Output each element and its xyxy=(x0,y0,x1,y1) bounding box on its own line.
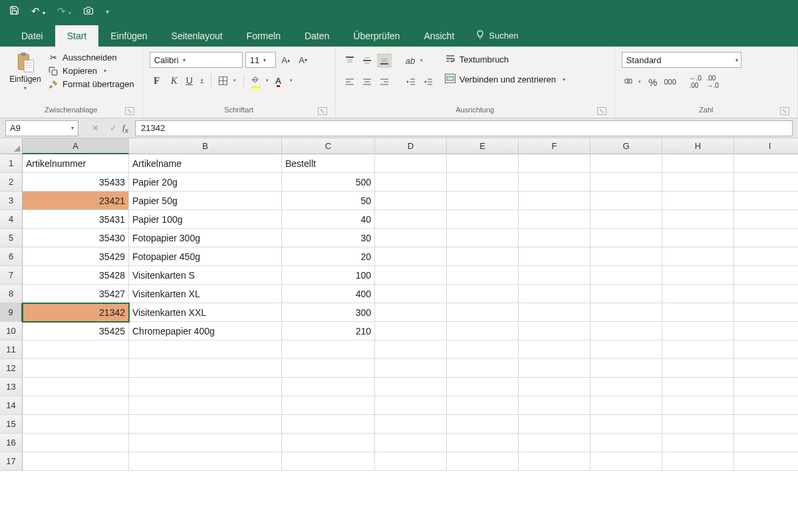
cell-D12[interactable] xyxy=(375,359,447,378)
cell-A13[interactable] xyxy=(23,378,129,396)
cell-H17[interactable] xyxy=(662,452,734,471)
cell-D17[interactable] xyxy=(375,452,447,471)
row-header-10[interactable]: 10 xyxy=(0,322,23,340)
row-header-12[interactable]: 12 xyxy=(0,359,23,378)
increase-font-button[interactable]: A▴ xyxy=(279,53,293,67)
copy-button[interactable]: Kopieren▾ xyxy=(47,65,136,76)
cell-H10[interactable] xyxy=(662,322,734,340)
cell-D4[interactable] xyxy=(375,210,447,229)
cell-C15[interactable] xyxy=(282,415,375,434)
camera-icon[interactable] xyxy=(83,6,94,17)
cell-D9[interactable] xyxy=(375,303,447,322)
cell-E11[interactable] xyxy=(447,340,519,359)
cell-G17[interactable] xyxy=(591,452,662,471)
cell-F12[interactable] xyxy=(519,359,591,378)
cell-G1[interactable] xyxy=(591,154,662,173)
cell-G13[interactable] xyxy=(591,378,662,396)
cell-D16[interactable] xyxy=(375,434,447,452)
cell-I11[interactable] xyxy=(734,340,798,359)
cell-D7[interactable] xyxy=(375,266,447,285)
orientation-button[interactable]: ab▾ xyxy=(404,53,425,68)
cell-H16[interactable] xyxy=(662,434,734,452)
cell-E7[interactable] xyxy=(447,266,519,285)
column-header-I[interactable]: I xyxy=(734,138,798,154)
row-header-11[interactable]: 11 xyxy=(0,340,23,359)
cell-I9[interactable] xyxy=(734,303,798,322)
cell-D13[interactable] xyxy=(375,378,447,396)
cell-B13[interactable] xyxy=(129,378,282,396)
column-header-E[interactable]: E xyxy=(447,138,519,154)
tab-ansicht[interactable]: Ansicht xyxy=(412,25,466,47)
cell-D1[interactable] xyxy=(375,154,447,173)
row-header-7[interactable]: 7 xyxy=(0,266,23,285)
cell-H13[interactable] xyxy=(662,378,734,396)
merge-center-button[interactable]: Verbinden und zentrieren ▾ xyxy=(445,74,565,85)
cell-A12[interactable] xyxy=(23,359,129,378)
row-header-6[interactable]: 6 xyxy=(0,247,23,266)
cell-C9[interactable]: 300 xyxy=(282,303,375,322)
cell-G8[interactable] xyxy=(591,285,662,303)
cell-G12[interactable] xyxy=(591,359,662,378)
cell-B8[interactable]: Visitenkarten XL xyxy=(129,285,282,303)
cell-I5[interactable] xyxy=(734,229,798,247)
tab-datei[interactable]: Datei xyxy=(9,25,55,47)
font-name-combo[interactable]: Calibri▾ xyxy=(150,52,243,68)
cell-C16[interactable] xyxy=(282,434,375,452)
cell-E9[interactable] xyxy=(447,303,519,322)
cell-B7[interactable]: Visitenkarten S xyxy=(129,266,282,285)
cell-G14[interactable] xyxy=(591,396,662,415)
tab-ueberpruefen[interactable]: Überprüfen xyxy=(341,25,412,47)
cell-E8[interactable] xyxy=(447,285,519,303)
dialog-launcher-icon[interactable]: ⤡ xyxy=(780,107,789,115)
cell-G6[interactable] xyxy=(591,247,662,266)
row-header-13[interactable]: 13 xyxy=(0,378,23,396)
cell-H3[interactable] xyxy=(662,192,734,210)
cell-E12[interactable] xyxy=(447,359,519,378)
cell-D6[interactable] xyxy=(375,247,447,266)
cell-G9[interactable] xyxy=(591,303,662,322)
cell-E15[interactable] xyxy=(447,415,519,434)
row-header-1[interactable]: 1 xyxy=(0,154,23,173)
name-box[interactable]: A9▾ xyxy=(5,120,78,136)
cell-E4[interactable] xyxy=(447,210,519,229)
cell-E1[interactable] xyxy=(447,154,519,173)
cell-C10[interactable]: 210 xyxy=(282,322,375,340)
cell-I10[interactable] xyxy=(734,322,798,340)
column-header-B[interactable]: B xyxy=(129,138,282,154)
undo-icon[interactable]: ↶ ▾ xyxy=(31,5,45,17)
row-header-2[interactable]: 2 xyxy=(0,173,23,192)
cell-D10[interactable] xyxy=(375,322,447,340)
cell-E16[interactable] xyxy=(447,434,519,452)
cell-A11[interactable] xyxy=(23,340,129,359)
cell-H4[interactable] xyxy=(662,210,734,229)
cell-D15[interactable] xyxy=(375,415,447,434)
cell-A3[interactable]: 23421 xyxy=(23,192,129,210)
column-header-A[interactable]: A xyxy=(23,138,129,154)
cell-H8[interactable] xyxy=(662,285,734,303)
cell-B16[interactable] xyxy=(129,434,282,452)
cell-A16[interactable] xyxy=(23,434,129,452)
cell-I14[interactable] xyxy=(734,396,798,415)
dialog-launcher-icon[interactable]: ⤡ xyxy=(125,107,134,115)
cell-D2[interactable] xyxy=(375,173,447,192)
cell-F15[interactable] xyxy=(519,415,591,434)
format-painter-button[interactable]: Format übertragen xyxy=(47,78,136,90)
align-bottom-button[interactable] xyxy=(377,53,392,68)
cell-C11[interactable] xyxy=(282,340,375,359)
align-right-button[interactable] xyxy=(377,74,392,89)
cell-F17[interactable] xyxy=(519,452,591,471)
column-header-D[interactable]: D xyxy=(375,138,447,154)
font-size-combo[interactable]: 11▾ xyxy=(245,52,276,68)
cell-B2[interactable]: Papier 20g xyxy=(129,173,282,192)
cell-F9[interactable] xyxy=(519,303,591,322)
cell-D14[interactable] xyxy=(375,396,447,415)
decrease-font-button[interactable]: A▾ xyxy=(296,53,311,67)
cell-G3[interactable] xyxy=(591,192,662,210)
tab-einfuegen[interactable]: Einfügen xyxy=(98,25,159,47)
accept-formula-button[interactable]: ✓ xyxy=(110,123,117,133)
cell-F2[interactable] xyxy=(519,173,591,192)
align-middle-button[interactable] xyxy=(360,53,374,68)
cell-G16[interactable] xyxy=(591,434,662,452)
cell-E10[interactable] xyxy=(447,322,519,340)
column-header-F[interactable]: F xyxy=(519,138,591,154)
